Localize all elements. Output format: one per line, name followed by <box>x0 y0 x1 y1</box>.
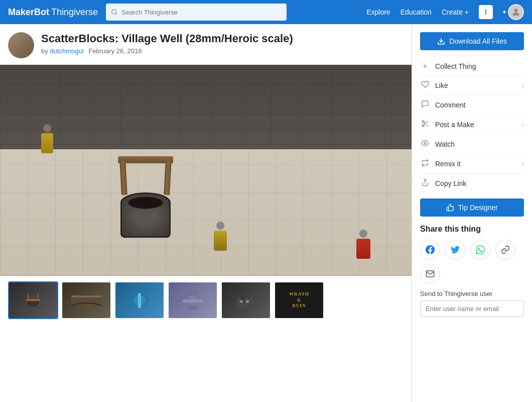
remix-icon <box>420 159 430 169</box>
logo[interactable]: MakerBot Thingiverse <box>8 7 98 18</box>
comment-icon <box>420 100 430 110</box>
svg-point-0 <box>112 10 116 14</box>
post-make-action[interactable]: Post a Make › <box>420 115 524 135</box>
thing-author: by dutchmogul February 26, 2018 <box>41 47 293 55</box>
thumbnail-6[interactable]: WRATH&RUIN <box>274 281 324 319</box>
nav-education[interactable]: Education <box>401 8 432 16</box>
plus-icon: + <box>420 62 430 71</box>
scissors-icon <box>420 120 430 130</box>
remix-arrow: › <box>521 160 524 168</box>
author-link[interactable]: dutchmogul <box>50 47 83 55</box>
logo-product: Thingiverse <box>51 7 98 18</box>
download-all-button[interactable]: Download All Files <box>420 32 524 50</box>
share-section-title: Share this thing <box>420 225 524 234</box>
thumbnail-strip: WRATH&RUIN <box>0 276 412 324</box>
svg-point-27 <box>424 142 426 144</box>
figure-center-head <box>216 222 224 230</box>
main-layout: ScatterBlocks: Village Well (28mm/Heroic… <box>0 24 532 402</box>
search-bar <box>106 4 287 21</box>
share-icon <box>420 178 430 188</box>
search-input[interactable] <box>121 9 282 16</box>
well-base <box>120 192 171 238</box>
thing-title-area: ScatterBlocks: Village Well (28mm/Heroic… <box>41 32 293 55</box>
svg-point-22 <box>422 121 424 123</box>
well-structure <box>115 172 176 238</box>
figure-right-head <box>359 230 367 238</box>
thumbnail-4[interactable] <box>168 281 218 319</box>
svg-point-2 <box>514 9 518 12</box>
figure-right <box>356 230 370 259</box>
share-email[interactable] <box>420 264 440 284</box>
share-email-row <box>420 264 524 284</box>
share-buttons <box>420 240 524 260</box>
right-sidebar: Download All Files + Collect Thing Like … <box>412 24 532 402</box>
nav-links: Explore Education Create + ! ▾ <box>366 4 524 20</box>
well-opening <box>128 196 163 209</box>
share-twitter[interactable] <box>445 240 465 260</box>
figure-left-body <box>41 133 53 153</box>
send-user-input[interactable] <box>420 300 524 317</box>
main-image-canvas <box>0 65 412 276</box>
like-action[interactable]: Like › <box>420 76 524 95</box>
tip-designer-button[interactable]: Tip Designer <box>420 198 524 217</box>
svg-line-25 <box>426 125 428 127</box>
thumbnail-3[interactable] <box>114 281 165 319</box>
share-link[interactable] <box>495 240 515 260</box>
stone-floor-bg <box>0 149 412 276</box>
svg-line-1 <box>115 14 116 15</box>
share-facebook[interactable] <box>420 240 440 260</box>
user-menu[interactable]: ▾ <box>503 4 524 20</box>
author-avatar <box>8 32 34 58</box>
svg-rect-12 <box>138 293 141 308</box>
thumbnail-1[interactable] <box>8 281 58 319</box>
svg-line-26 <box>424 122 425 124</box>
notification-icon[interactable]: ! <box>479 5 493 19</box>
post-make-arrow: › <box>521 121 524 129</box>
heart-icon <box>420 80 430 90</box>
copy-link-action[interactable]: Copy Link <box>420 174 524 193</box>
thing-title: ScatterBlocks: Village Well (28mm/Heroic… <box>41 32 293 45</box>
svg-point-19 <box>240 300 243 303</box>
header: MakerBot Thingiverse Explore Education C… <box>0 0 532 24</box>
watch-action[interactable]: Watch <box>420 135 524 154</box>
svg-rect-16 <box>188 306 198 310</box>
download-icon <box>437 37 445 45</box>
user-avatar <box>508 4 524 20</box>
stone-wall-bg <box>0 65 412 160</box>
thing-header: ScatterBlocks: Village Well (28mm/Heroic… <box>0 24 412 65</box>
svg-rect-17 <box>237 298 254 308</box>
eye-icon <box>420 139 430 149</box>
figure-left-head <box>43 124 51 132</box>
send-section-title: Send to Thingiverse user <box>420 290 524 297</box>
figure-right-body <box>356 239 370 259</box>
remix-action[interactable]: Remix it › <box>420 154 524 174</box>
collect-thing-action[interactable]: + Collect Thing <box>420 57 524 76</box>
figure-center-body <box>214 231 227 251</box>
thumbnail-5[interactable] <box>221 281 271 319</box>
thumbnail-2[interactable] <box>61 281 111 319</box>
search-icon <box>111 9 117 16</box>
svg-rect-7 <box>26 299 40 301</box>
comment-action[interactable]: Comment <box>420 95 524 115</box>
tip-icon <box>446 204 454 212</box>
figure-left <box>41 124 53 153</box>
svg-point-23 <box>422 125 424 127</box>
share-whatsapp[interactable] <box>470 240 490 260</box>
svg-rect-14 <box>183 299 203 303</box>
figure-center <box>214 222 227 251</box>
nav-explore[interactable]: Explore <box>366 8 390 16</box>
logo-brand: MakerBot <box>8 7 49 18</box>
svg-point-4 <box>28 295 38 299</box>
svg-rect-15 <box>188 291 198 295</box>
nav-create[interactable]: Create + <box>442 8 469 16</box>
left-content: ScatterBlocks: Village Well (28mm/Heroic… <box>0 24 412 402</box>
main-image <box>0 65 412 276</box>
svg-point-20 <box>246 300 249 303</box>
like-arrow: › <box>521 81 524 89</box>
well-crossbeam <box>118 156 173 163</box>
svg-rect-9 <box>71 295 101 297</box>
